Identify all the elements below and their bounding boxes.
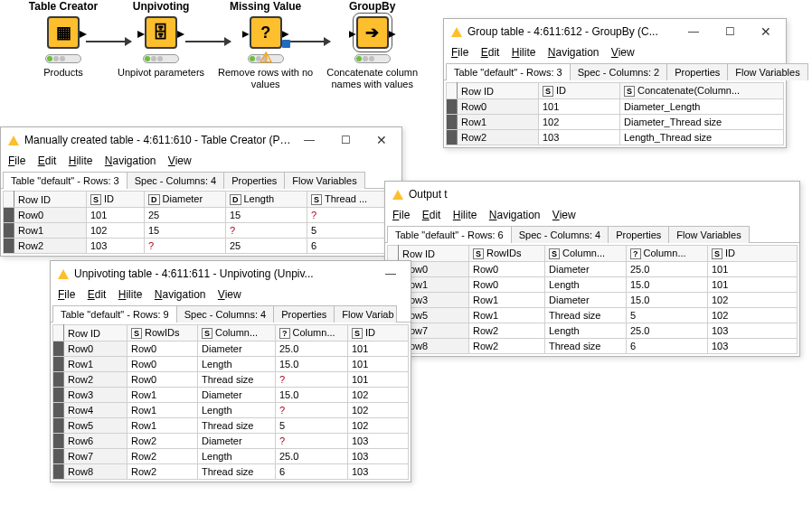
cell[interactable]: Row6 — [64, 434, 127, 449]
maximize-button[interactable]: ☐ — [712, 20, 748, 43]
cell[interactable]: 101 — [539, 99, 620, 115]
cell[interactable]: Thread size — [545, 308, 627, 323]
col-id[interactable]: SID — [348, 325, 409, 342]
cell[interactable]: 102 — [348, 403, 409, 418]
col-rowids[interactable]: SRowIDs — [127, 325, 198, 342]
menu-hilite[interactable]: Hilite — [453, 209, 477, 221]
col-concat[interactable]: SConcatenate(Column... — [620, 83, 784, 99]
menu-file[interactable]: File — [451, 46, 468, 59]
menu-view[interactable]: View — [168, 154, 192, 167]
cell[interactable]: Row2 — [127, 464, 198, 480]
row-handle[interactable] — [447, 99, 458, 115]
cell[interactable]: Length_Thread size — [620, 130, 784, 145]
cell[interactable]: 102 — [348, 418, 409, 434]
row-handle[interactable] — [447, 115, 458, 130]
cell[interactable]: Thread size — [198, 372, 276, 388]
row-handle[interactable] — [4, 208, 14, 223]
col-rowid[interactable]: Row ID — [458, 83, 539, 99]
cell[interactable]: Thread size — [198, 464, 276, 480]
cell[interactable]: 5 — [276, 418, 348, 434]
cell[interactable]: Row1 — [127, 403, 198, 418]
menu-edit[interactable]: Edit — [422, 209, 441, 221]
cell[interactable]: 25.0 — [276, 342, 348, 357]
cell[interactable]: Diameter — [198, 388, 276, 403]
cell[interactable]: Row2 — [127, 449, 198, 464]
menu-file[interactable]: File — [58, 288, 75, 301]
cell[interactable]: 101 — [708, 262, 798, 277]
cell[interactable]: Row4 — [64, 403, 127, 418]
cell[interactable]: Row0 — [458, 99, 539, 115]
cell[interactable]: Row2 — [127, 434, 198, 449]
cell[interactable]: Row7 — [64, 449, 127, 464]
cell[interactable]: Row1 — [127, 388, 198, 403]
col-rowid[interactable]: Row ID — [64, 325, 127, 342]
node-icon-unpivoting[interactable]: 🗄 — [145, 16, 177, 49]
row-handle[interactable] — [53, 434, 64, 449]
cell[interactable]: Row0 — [64, 342, 127, 357]
cell[interactable]: 25.0 — [627, 262, 708, 277]
row-handle[interactable] — [447, 130, 458, 145]
row-handle[interactable] — [53, 418, 64, 434]
cell[interactable]: 103 — [348, 449, 409, 464]
cell[interactable]: Row2 — [469, 339, 545, 354]
data-table[interactable]: Row ID SRowIDs SColumn... ?Column... SID… — [387, 245, 798, 354]
menu-navigation[interactable]: Navigation — [155, 288, 206, 301]
minimize-button[interactable]: — — [675, 20, 712, 43]
tab-properties[interactable]: Properties — [223, 172, 285, 189]
menu-view[interactable]: View — [552, 209, 576, 221]
cell[interactable]: ? — [276, 372, 348, 388]
menu-file[interactable]: File — [8, 154, 25, 167]
close-button[interactable]: ✕ — [364, 128, 400, 152]
menu-edit[interactable]: Edit — [481, 46, 500, 59]
maximize-button[interactable]: ☐ — [327, 128, 364, 152]
cell[interactable]: Row3 — [64, 388, 127, 403]
cell[interactable]: Row1 — [64, 357, 127, 372]
cell[interactable]: Row5 — [64, 418, 127, 434]
tab-flowvars[interactable]: Flow Variables — [284, 172, 364, 189]
cell[interactable]: Diameter — [545, 293, 627, 308]
cell[interactable]: Length — [198, 403, 276, 418]
menu-navigation[interactable]: Navigation — [548, 46, 600, 59]
cell[interactable]: Length — [198, 357, 276, 372]
cell[interactable]: ? — [276, 434, 348, 449]
cell[interactable]: 103 — [348, 464, 409, 480]
cell[interactable]: 6 — [276, 464, 348, 480]
cell[interactable]: Row2 — [469, 323, 545, 339]
cell[interactable]: 103 — [539, 130, 620, 145]
menu-navigation[interactable]: Navigation — [105, 154, 156, 167]
cell[interactable]: 15.0 — [276, 357, 348, 372]
tab-spec[interactable]: Spec - Columns: 2 — [570, 63, 667, 80]
workflow-canvas[interactable]: Table Creator ▦ Products Unpivoting 🗄 Un… — [18, 0, 452, 136]
cell[interactable]: 15 — [226, 208, 307, 223]
col-id[interactable]: SID — [539, 83, 620, 99]
col-rowid[interactable]: Row ID — [14, 192, 87, 208]
col-colval[interactable]: ?Column... — [627, 246, 708, 262]
cell[interactable]: ? — [145, 239, 226, 254]
row-handle[interactable] — [53, 342, 64, 357]
cell[interactable]: Thread size — [198, 418, 276, 434]
cell[interactable]: 25.0 — [276, 449, 348, 464]
cell[interactable]: 103 — [708, 323, 798, 339]
window-output[interactable]: Output t File Edit Hilite Navigation Vie… — [384, 181, 800, 357]
cell[interactable]: 5 — [627, 308, 708, 323]
menu-file[interactable]: File — [392, 209, 410, 221]
row-handle[interactable] — [4, 223, 14, 239]
data-table[interactable]: Row ID SID SConcatenate(Column... Row010… — [446, 82, 784, 145]
tab-spec[interactable]: Spec - Columns: 4 — [127, 172, 224, 189]
col-rowid[interactable]: Row ID — [399, 246, 469, 262]
titlebar[interactable]: Group table - 4:611:612 - GroupBy (C... … — [444, 19, 786, 44]
row-handle[interactable] — [53, 388, 64, 403]
tab-spec[interactable]: Spec - Columns: 4 — [511, 226, 609, 243]
col-diameter[interactable]: DDiameter — [145, 192, 226, 208]
cell[interactable]: 102 — [348, 388, 409, 403]
cell[interactable]: 102 — [539, 115, 620, 130]
cell[interactable]: 102 — [708, 308, 798, 323]
cell[interactable]: Length — [545, 323, 627, 339]
cell[interactable]: 102 — [708, 293, 798, 308]
cell[interactable]: Row1 — [127, 418, 198, 434]
menu-hilite[interactable]: Hilite — [512, 46, 536, 59]
menu-view[interactable]: View — [611, 46, 635, 59]
cell[interactable]: 101 — [348, 342, 409, 357]
cell[interactable]: Row1 — [469, 293, 545, 308]
cell[interactable]: Diameter_Length — [620, 99, 784, 115]
